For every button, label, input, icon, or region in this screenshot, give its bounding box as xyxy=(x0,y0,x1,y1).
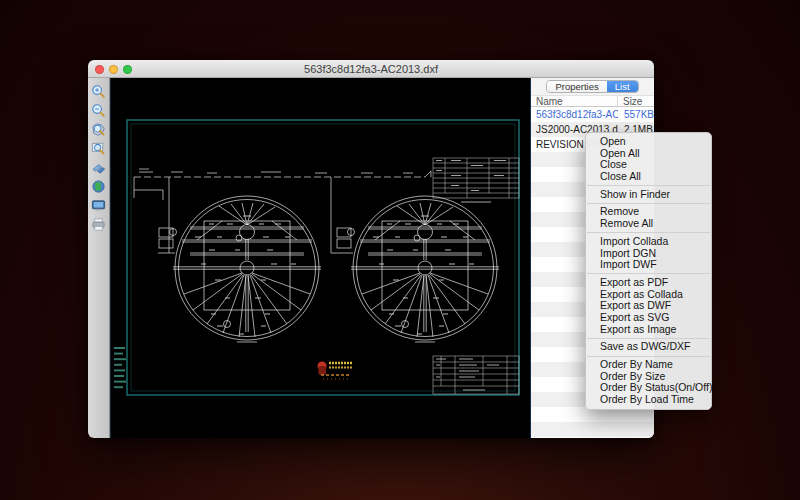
cad-drawing xyxy=(111,78,532,438)
zoom-window-button[interactable] xyxy=(90,140,108,156)
traffic-lights xyxy=(95,60,132,78)
menu-item-order-by-name[interactable]: Order By Name xyxy=(586,359,711,371)
zoom-out-icon xyxy=(91,103,106,118)
pan-icon xyxy=(91,160,106,175)
print-icon xyxy=(91,217,106,232)
desktop: 563f3c8d12fa3-AC2013.dxf xyxy=(0,0,800,500)
web-button[interactable] xyxy=(90,178,108,194)
menu-item-close-all[interactable]: Close All xyxy=(586,171,711,183)
window-content: Properties List Name Size 563f3c8d12fa3-… xyxy=(88,78,654,438)
menu-separator xyxy=(587,232,710,233)
minimize-button[interactable] xyxy=(109,65,118,74)
menu-separator xyxy=(587,185,710,186)
menu-item-export-as-svg[interactable]: Export as SVG xyxy=(586,312,711,324)
zoom-extents-button[interactable] xyxy=(90,121,108,137)
print-button[interactable] xyxy=(90,216,108,232)
tab-properties[interactable]: Properties xyxy=(547,81,606,92)
zoom-button[interactable] xyxy=(123,65,132,74)
file-name: 563f3c8d12fa3-AC201… xyxy=(531,109,618,120)
column-header-name[interactable]: Name xyxy=(531,96,618,106)
menu-item-open[interactable]: Open xyxy=(586,136,711,148)
zoom-in-icon xyxy=(91,84,106,99)
menu-separator xyxy=(587,338,710,339)
tab-list[interactable]: List xyxy=(607,81,638,92)
menu-separator xyxy=(587,203,710,204)
menu-item-import-dwf[interactable]: Import DWF xyxy=(586,259,711,271)
menu-item-export-as-image[interactable]: Export as Image xyxy=(586,324,711,336)
menu-separator xyxy=(587,356,710,357)
column-header-size[interactable]: Size xyxy=(618,96,654,106)
web-icon xyxy=(91,179,106,194)
menu-item-export-as-pdf[interactable]: Export as PDF xyxy=(586,277,711,289)
zoom-window-icon xyxy=(91,141,106,156)
sidebar-tabbar: Properties List xyxy=(531,78,654,95)
file-row[interactable]: 563f3c8d12fa3-AC201… 557KB xyxy=(531,107,654,122)
menu-item-save-as-dwg-dxf[interactable]: Save as DWG/DXF xyxy=(586,341,711,353)
zoom-extents-icon xyxy=(91,122,106,137)
file-size: 557KB xyxy=(618,109,654,120)
app-window: 563f3c8d12fa3-AC2013.dxf xyxy=(88,60,654,438)
title-bar[interactable]: 563f3c8d12fa3-AC2013.dxf xyxy=(88,60,654,78)
window-title: 563f3c8d12fa3-AC2013.dxf xyxy=(304,63,438,75)
display-icon xyxy=(91,198,106,213)
left-toolbar xyxy=(88,78,110,438)
zoom-out-button[interactable] xyxy=(90,102,108,118)
sheet-logo xyxy=(318,362,354,380)
close-button[interactable] xyxy=(95,65,104,74)
list-header: Name Size xyxy=(531,95,654,107)
menu-separator xyxy=(587,273,710,274)
display-button[interactable] xyxy=(90,197,108,213)
menu-item-show-in-finder[interactable]: Show in Finder xyxy=(586,189,711,201)
menu-item-order-by-load-time[interactable]: Order By Load Time xyxy=(586,394,711,406)
menu-item-remove-all[interactable]: Remove All xyxy=(586,218,711,230)
context-menu: OpenOpen AllCloseClose AllShow in Finder… xyxy=(585,132,712,410)
menu-item-import-collada[interactable]: Import Collada xyxy=(586,236,711,248)
zoom-in-button[interactable] xyxy=(90,83,108,99)
pan-button[interactable] xyxy=(90,159,108,175)
drawing-canvas[interactable] xyxy=(110,78,531,438)
